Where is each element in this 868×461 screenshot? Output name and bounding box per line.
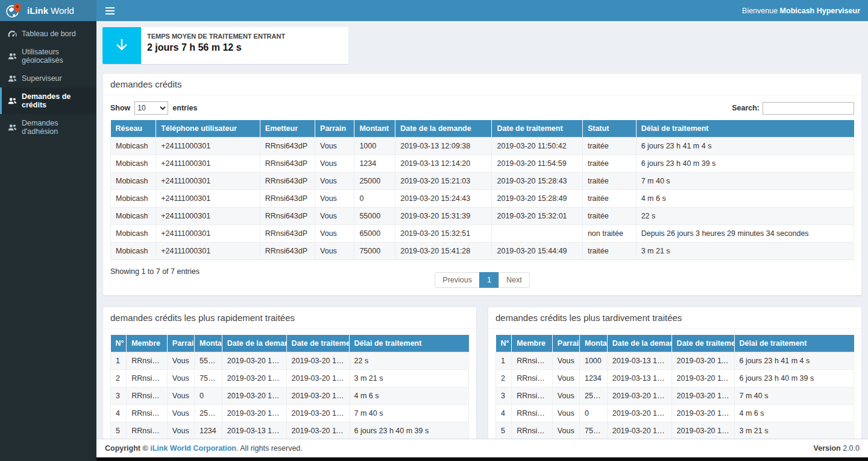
sidebar-item-tableau-de-bord[interactable]: Tableau de bord (0, 25, 96, 43)
table-row: Mobicash+24111000301RRnsi643dPVous250002… (111, 173, 854, 190)
table-cell: 2019-03-20 15:44:49 (286, 370, 349, 387)
table-cell: 7 m 40 s (349, 405, 468, 422)
table-cell: 2019-03-20 11:54:59 (286, 422, 349, 439)
table-cell: 1234 (354, 155, 395, 173)
table-cell: 2019-03-20 15:28:49 (492, 190, 582, 208)
column-header[interactable]: Membre (127, 335, 168, 352)
table-cell: +24111000301 (156, 138, 260, 155)
table-cell: RRnsi643dP (512, 422, 553, 439)
column-header[interactable]: Emetteur (260, 120, 315, 138)
table-cell: +24111000301 (156, 190, 260, 208)
table-cell: Mobicash (111, 243, 156, 260)
sidebar-item-utilisateurs-geolocalises[interactable]: Utilisateurs géolocalisés (0, 43, 96, 69)
table-cell: Mobicash (111, 208, 156, 225)
table-cell: RRnsi643dP (127, 352, 168, 370)
sidebar-item-demandes-adhesion[interactable]: Demandes d'adhésion (0, 114, 96, 141)
table-cell: traitée (582, 190, 636, 208)
content: TEMPS MOYEN DE TRAITEMENT ENTRANT 2 jour… (96, 21, 868, 439)
table-row: 3RRnsi643dPVous02019-03-20 15:24:432019-… (111, 387, 469, 405)
column-header[interactable]: Réseau (111, 120, 156, 138)
table-cell: 2019-03-20 15:21:03 (222, 405, 286, 422)
column-header[interactable]: Parrain (315, 120, 354, 138)
table-cell: RRnsi643dP (260, 173, 315, 190)
table-cell: 2019-03-20 15:31:39 (395, 208, 492, 225)
sidebar-item-superviseur[interactable]: Superviseur (0, 69, 96, 87)
table-cell: 4 (111, 405, 127, 422)
column-header[interactable]: Date de la demande (222, 335, 286, 352)
users-icon (8, 97, 17, 104)
search-input[interactable] (763, 102, 854, 115)
column-header[interactable]: N° (496, 335, 512, 352)
table-cell: 25000 (579, 387, 607, 405)
sidebar: Tableau de bord Utilisateurs géolocalisé… (0, 21, 96, 461)
table-cell: 4 (496, 405, 512, 422)
brand-name-light: World (51, 5, 74, 16)
column-header[interactable]: Montant (579, 335, 607, 352)
table-cell: 6 jours 23 h 40 m 39 s (636, 155, 854, 173)
table-cell: 5 (111, 422, 127, 439)
table-cell: 2019-03-20 15:24:43 (607, 405, 671, 422)
table-cell: 75000 (354, 243, 395, 260)
table-cell: Depuis 26 jours 3 heures 29 minutes 34 s… (636, 225, 854, 243)
column-header[interactable]: N° (111, 335, 127, 352)
column-header[interactable]: Date de traitement (286, 335, 349, 352)
table-cell: traitée (582, 173, 636, 190)
table-cell: 4 m 6 s (734, 405, 854, 422)
table-cell: 2 (111, 370, 127, 387)
company-link[interactable]: iLink World Corporation (150, 444, 236, 453)
table-cell: 2019-03-20 15:28:49 (286, 387, 349, 405)
table-cell: 3 m 21 s (349, 370, 468, 387)
table-cell: 2019-03-20 11:54:59 (492, 155, 582, 173)
user-menu[interactable]: Bienvenue Mobicash Hyperviseur (742, 7, 860, 15)
table-cell: 2019-03-20 15:24:43 (395, 190, 492, 208)
table-cell: 2019-03-20 15:28:43 (286, 405, 349, 422)
table-cell: 2019-03-20 15:21:03 (395, 173, 492, 190)
column-header[interactable]: Date de la demande (607, 335, 671, 352)
column-header[interactable]: Délai de traitement (734, 335, 854, 352)
table-cell: 4 m 6 s (349, 387, 468, 405)
hamburger-icon[interactable] (104, 5, 116, 17)
table-cell: 2019-03-20 11:50:42 (492, 138, 582, 155)
page-length-select[interactable]: 10 (134, 101, 168, 115)
table-cell: RRnsi643dP (260, 155, 315, 173)
column-header[interactable]: Date de traitement (492, 120, 582, 138)
table-cell: traitée (582, 155, 636, 173)
table-cell: 2019-03-20 15:21:03 (607, 387, 671, 405)
table-row: 5RRnsi643dPVous12342019-03-13 12:14:2020… (111, 422, 469, 439)
column-header[interactable]: Parrain (167, 335, 194, 352)
panel-title: demandes crédits les plus tardivement tr… (488, 307, 861, 329)
brand-logo[interactable]: iLinkWorld (0, 0, 96, 21)
table-cell: Vous (552, 405, 579, 422)
column-header[interactable]: Montant (194, 335, 222, 352)
table-cell: 25000 (194, 405, 222, 422)
table-cell: RRnsi643dP (260, 190, 315, 208)
column-header[interactable]: Délai de traitement (349, 335, 468, 352)
column-header[interactable]: Membre (512, 335, 553, 352)
fastest-table: N°MembreParrainMontantDate de la demande… (110, 335, 469, 439)
pagination-page-1-button[interactable]: 1 (479, 272, 499, 288)
table-cell: 2019-03-13 12:14:20 (607, 370, 671, 387)
table-cell: 2019-03-13 12:09:38 (395, 138, 492, 155)
main-header: iLinkWorld Bienvenue Mobicash Hyperviseu… (0, 0, 868, 21)
column-header[interactable]: Date de la demande (395, 120, 492, 138)
pagination-next-button[interactable]: Next (498, 272, 530, 288)
column-header[interactable]: Délai de traitement (636, 120, 854, 138)
show-label: Show (110, 104, 130, 112)
column-header[interactable]: Date de traitement (671, 335, 734, 352)
pagination-previous-button[interactable]: Previous (435, 272, 480, 288)
column-header[interactable]: Parrain (552, 335, 579, 352)
table-row: 5RRnsi643dPVous750002019-03-20 15:41:282… (496, 422, 854, 439)
table-cell: 1 (111, 352, 127, 370)
table-cell: Vous (167, 405, 194, 422)
column-header[interactable]: Montant (354, 120, 395, 138)
table-cell: 3 m 21 s (734, 422, 854, 439)
panel-title: demandes crédits (103, 74, 861, 95)
table-cell: RRnsi643dP (512, 370, 553, 387)
column-header[interactable]: Téléphone utilisateur (156, 120, 260, 138)
table-row: Mobicash+24111000301RRnsi643dPVous100020… (111, 138, 854, 155)
sidebar-item-demandes-de-credits[interactable]: Demandes de crédits (0, 87, 96, 114)
sidebar-item-label: Superviseur (22, 74, 62, 83)
table-row: 2RRnsi643dPVous12342019-03-13 12:14:2020… (496, 370, 854, 387)
table-row: 4RRnsi643dPVous02019-03-20 15:24:432019-… (496, 405, 854, 422)
column-header[interactable]: Statut (582, 120, 636, 138)
